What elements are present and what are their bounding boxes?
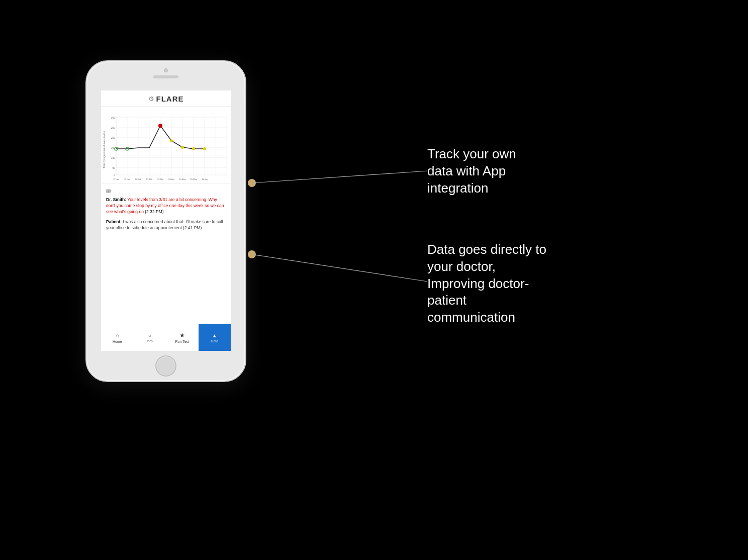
info-icon: ○ <box>148 333 151 338</box>
svg-text:200: 200 <box>111 136 116 139</box>
svg-point-40 <box>192 147 195 150</box>
patient-name: Patient: <box>106 219 122 224</box>
phone-shell: ⚙ FLARE Total Cytogenomics Levels (u/dL) <box>85 60 246 382</box>
svg-text:10-May: 10-May <box>179 178 185 180</box>
svg-text:100: 100 <box>111 156 116 159</box>
phone-bottom <box>155 351 176 381</box>
star-icon: ★ <box>179 332 185 339</box>
svg-text:Total Cytogenomics Levels (u/d: Total Cytogenomics Levels (u/dL) <box>103 131 106 168</box>
phone-mockup: ⚙ FLARE Total Cytogenomics Levels (u/dL) <box>85 60 246 382</box>
callout-2-text: Data goes directly toyour doctor,Improvi… <box>427 242 546 325</box>
doctor-message: Dr. Smith: Your levels from 3/31 are a b… <box>106 197 226 215</box>
gear-icon: ⚙ <box>148 95 154 103</box>
svg-text:15-Jan: 15-Jan <box>124 178 130 180</box>
connector-dot-2 <box>248 250 256 258</box>
home-button[interactable] <box>155 355 176 377</box>
callout-1-text: Track your owndata with Appintegration <box>427 146 516 196</box>
svg-text:19-Jun: 19-Jun <box>202 178 208 180</box>
patient-message: Patient: I was also concerned about that… <box>106 219 226 231</box>
svg-text:250: 250 <box>111 126 116 129</box>
phone-top <box>86 61 245 90</box>
callout-doctor-data: Data goes directly toyour doctor,Improvi… <box>427 241 643 326</box>
nav-info-label: Info <box>147 339 153 343</box>
svg-point-39 <box>181 146 184 149</box>
svg-text:20-Apr: 20-Apr <box>168 178 175 180</box>
nav-run-test-label: Run Test <box>175 340 190 343</box>
camera-dot <box>164 68 168 72</box>
nav-home-label: Home <box>113 340 122 343</box>
line-chart: Total Cytogenomics Levels (u/dL) <box>102 110 231 182</box>
svg-text:0: 0 <box>114 173 115 176</box>
connector-dot-1 <box>248 179 256 187</box>
svg-text:30-May: 30-May <box>190 178 197 180</box>
app-logo-text: FLARE <box>156 95 184 103</box>
doctor-name: Dr. Smith: <box>106 197 126 202</box>
email-icon: ✉ <box>106 188 226 195</box>
svg-text:31-Mar: 31-Mar <box>157 178 164 180</box>
nav-data-label: Data <box>211 339 218 343</box>
svg-point-41 <box>203 147 206 150</box>
svg-point-38 <box>170 139 173 142</box>
messages-area: ✉ Dr. Smith: Your levels from 3/31 are a… <box>101 184 231 324</box>
nav-data[interactable]: ▲ Data <box>199 324 231 351</box>
svg-line-43 <box>252 254 427 282</box>
svg-line-42 <box>252 171 427 183</box>
app-header: ⚙ FLARE <box>101 90 231 107</box>
patient-text: I was also concerned about that. I'll ma… <box>106 219 223 230</box>
svg-text:20-Feb: 20-Feb <box>135 178 142 180</box>
nav-info[interactable]: ○ Info <box>134 324 166 351</box>
home-icon: ⌂ <box>116 332 119 339</box>
nav-home[interactable]: ⌂ Home <box>101 324 134 351</box>
phone-screen: ⚙ FLARE Total Cytogenomics Levels (u/dL) <box>101 90 231 351</box>
bottom-nav: ⌂ Home ○ Info ★ Run Test ▲ Data <box>101 324 231 351</box>
speaker-grille <box>153 75 178 78</box>
svg-point-37 <box>158 124 162 128</box>
chart-area: Total Cytogenomics Levels (u/dL) <box>101 107 231 184</box>
callout-track-data: Track your owndata with Appintegration <box>427 146 638 197</box>
svg-text:300: 300 <box>111 116 116 119</box>
svg-text:11-Mar: 11-Mar <box>146 178 153 180</box>
chart-icon: ▲ <box>212 333 217 338</box>
svg-text:50: 50 <box>112 166 115 169</box>
doctor-time: (2:32 PM) <box>144 209 164 214</box>
nav-run-test[interactable]: ★ Run Test <box>166 324 199 351</box>
svg-text:11-Jan: 11-Jan <box>113 178 119 180</box>
